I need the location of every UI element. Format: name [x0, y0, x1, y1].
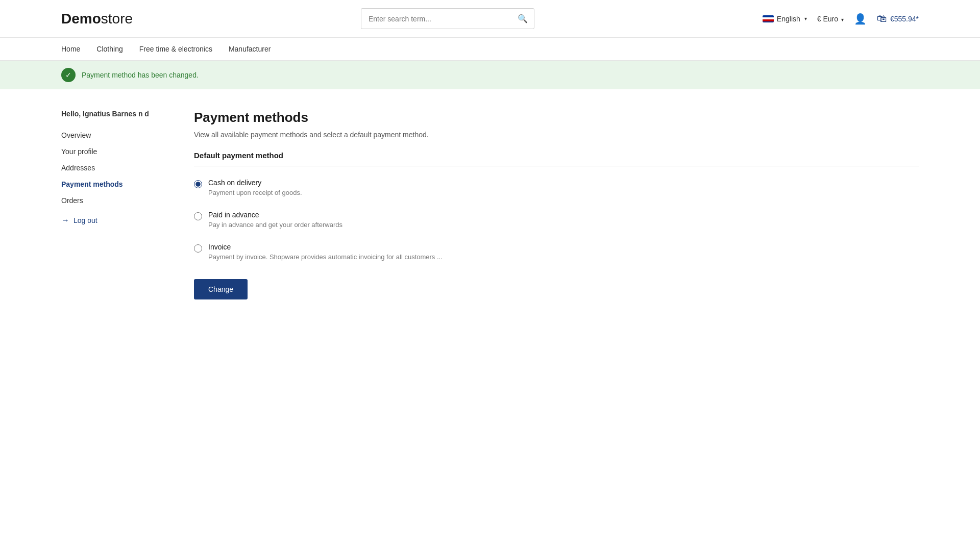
- main-nav: Home Clothing Free time & electronics Ma…: [0, 38, 980, 61]
- language-label: English: [777, 15, 800, 23]
- logout-link[interactable]: → Log out: [61, 216, 163, 225]
- payment-radio-invoice[interactable]: [194, 244, 202, 253]
- currency-selector[interactable]: € Euro ▾: [817, 15, 844, 23]
- payment-option-details-cash: Cash on delivery Payment upon receipt of…: [208, 179, 302, 196]
- payment-option-advance: Paid in advance Pay in advance and get y…: [194, 211, 919, 229]
- sidebar-item-overview[interactable]: Overview: [61, 128, 163, 142]
- main-content: Hello, Ignatius Barnes n d Overview Your…: [0, 89, 980, 320]
- page-subtitle: View all available payment methods and s…: [194, 131, 919, 139]
- user-icon[interactable]: 👤: [854, 13, 867, 25]
- sidebar-greeting: Hello, Ignatius Barnes n d: [61, 110, 163, 118]
- sidebar-item-addresses[interactable]: Addresses: [61, 161, 163, 175]
- payment-option-details-invoice: Invoice Payment by invoice. Shopware pro…: [208, 243, 443, 261]
- sidebar-link-profile[interactable]: Your profile: [61, 144, 163, 159]
- logo-light: store: [101, 11, 133, 27]
- payment-option-cash: Cash on delivery Payment upon receipt of…: [194, 179, 919, 196]
- search-bar: 🔍: [361, 8, 534, 29]
- sidebar-item-profile[interactable]: Your profile: [61, 144, 163, 159]
- nav-item-manufacturer[interactable]: Manufacturer: [229, 38, 271, 60]
- payment-radio-cash[interactable]: [194, 180, 202, 188]
- sidebar-link-payment-methods[interactable]: Payment methods: [61, 177, 163, 191]
- payment-label-advance: Paid in advance: [208, 211, 342, 219]
- payment-desc-cash: Payment upon receipt of goods.: [208, 189, 302, 196]
- payment-desc-invoice: Payment by invoice. Shopware provides au…: [208, 253, 443, 261]
- payment-desc-advance: Pay in advance and get your order afterw…: [208, 221, 342, 229]
- header-right: English ▾ € Euro ▾ 👤 🛍 €555.94*: [763, 13, 919, 25]
- sidebar-link-addresses[interactable]: Addresses: [61, 161, 163, 175]
- payment-label-invoice: Invoice: [208, 243, 443, 251]
- search-button[interactable]: 🔍: [511, 9, 534, 29]
- search-input[interactable]: [361, 10, 511, 28]
- payment-radio-advance[interactable]: [194, 212, 202, 220]
- success-check-icon: ✓: [61, 68, 76, 82]
- sidebar-item-orders[interactable]: Orders: [61, 193, 163, 208]
- logout-icon: →: [61, 216, 69, 225]
- sidebar-link-overview[interactable]: Overview: [61, 128, 163, 142]
- sidebar-link-orders[interactable]: Orders: [61, 193, 163, 208]
- nav-item-home[interactable]: Home: [61, 38, 80, 60]
- success-banner: ✓ Payment method has been changed.: [0, 61, 980, 89]
- logo-bold: Demo: [61, 11, 101, 27]
- success-message: Payment method has been changed.: [82, 71, 199, 79]
- payment-option-invoice: Invoice Payment by invoice. Shopware pro…: [194, 243, 919, 261]
- page-title: Payment methods: [194, 110, 919, 126]
- sidebar-nav: Overview Your profile Addresses Payment …: [61, 128, 163, 208]
- header: Demostore 🔍 English ▾ € Euro ▾ 👤 🛍 €555.…: [0, 0, 980, 38]
- cart-amount: €555.94*: [890, 15, 919, 23]
- payment-label-cash: Cash on delivery: [208, 179, 302, 187]
- payment-content: Payment methods View all available payme…: [194, 110, 919, 299]
- flag-icon: [763, 15, 774, 22]
- logout-label: Log out: [74, 216, 97, 224]
- language-chevron-icon: ▾: [804, 16, 807, 21]
- language-selector[interactable]: English ▾: [763, 15, 807, 23]
- logo[interactable]: Demostore: [61, 11, 133, 27]
- currency-label: € Euro: [817, 15, 838, 23]
- sidebar: Hello, Ignatius Barnes n d Overview Your…: [61, 110, 163, 299]
- section-title: Default payment method: [194, 151, 919, 166]
- nav-item-free-time[interactable]: Free time & electronics: [139, 38, 212, 60]
- nav-item-clothing[interactable]: Clothing: [96, 38, 122, 60]
- cart-bag-icon: 🛍: [877, 13, 887, 24]
- sidebar-item-payment-methods[interactable]: Payment methods: [61, 177, 163, 191]
- change-button[interactable]: Change: [194, 279, 248, 299]
- cart-icon[interactable]: 🛍 €555.94*: [877, 13, 919, 24]
- currency-chevron-icon: ▾: [841, 17, 844, 22]
- payment-option-details-advance: Paid in advance Pay in advance and get y…: [208, 211, 342, 229]
